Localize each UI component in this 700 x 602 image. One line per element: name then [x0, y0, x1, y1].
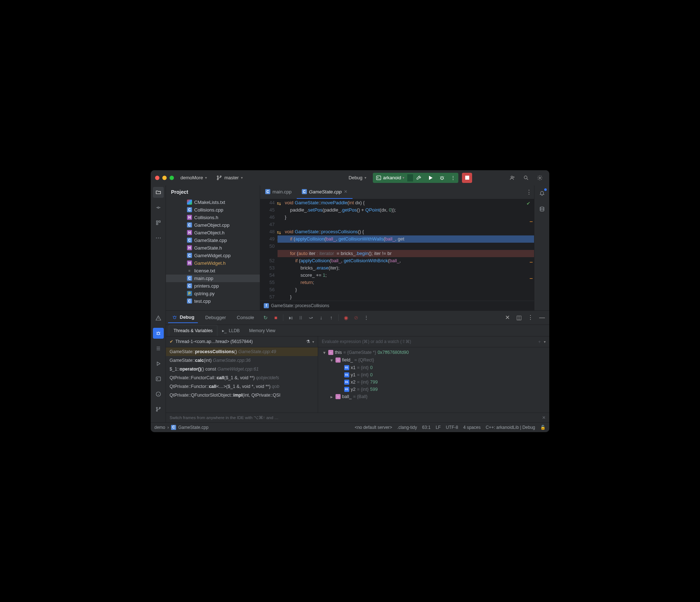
indent[interactable]: 4 spaces [463, 425, 480, 430]
build-button[interactable] [413, 173, 425, 183]
code-line[interactable]: void GameState::movePaddle(int dx) { [278, 199, 534, 206]
chevron-down-icon[interactable]: ▾ [544, 340, 546, 344]
search-button[interactable] [521, 173, 531, 183]
code-line[interactable]: bricks_.erase(iter); [278, 264, 534, 272]
panel-options-button[interactable]: ⋮ [525, 313, 536, 323]
zoom-window[interactable] [170, 176, 174, 180]
editor-markers[interactable] [529, 199, 533, 301]
close-hint-button[interactable]: ✕ [542, 415, 546, 420]
deploy-target[interactable]: <no default server> [355, 425, 392, 430]
stop-button[interactable] [462, 173, 472, 183]
code-line[interactable]: return; [278, 279, 534, 286]
branch-selector[interactable]: master ▾ [213, 174, 246, 182]
rerun-button[interactable]: ↻ [261, 313, 270, 322]
editor-tab[interactable]: Cmain.cpp [260, 185, 297, 199]
layout-button[interactable]: ◫ [514, 313, 524, 323]
stack-frame[interactable]: GameState::processCollisions() GameState… [166, 347, 318, 356]
variable-row[interactable]: 01 y1 = {int} 0 [318, 371, 549, 379]
file-item[interactable]: Pqstring.py [166, 290, 260, 297]
code-line[interactable]: if (applyCollision(ball_, getCollisionWi… [278, 235, 534, 243]
code-line[interactable]: score_ += 1; [278, 272, 534, 279]
expand-icon[interactable]: ▾ [329, 358, 334, 363]
run-button[interactable] [425, 173, 436, 183]
close-tab-button[interactable]: ✕ [344, 189, 347, 194]
debug-title-tab[interactable]: Debug [168, 312, 198, 323]
file-item[interactable]: Cmain.cpp [166, 275, 260, 282]
step-into-button[interactable]: ↓ [317, 313, 325, 322]
frame-list[interactable]: GameState::processCollisions() GameState… [166, 347, 318, 413]
code-line[interactable]: void GameState::processCollisions() { [278, 228, 534, 235]
terminal-button[interactable] [153, 373, 164, 384]
todo-button[interactable] [153, 343, 164, 354]
run-config[interactable]: Debug ▾ [346, 174, 369, 182]
memory-tab[interactable]: Memory View [245, 325, 280, 336]
pause-button[interactable]: ⏸ [296, 313, 305, 322]
project-selector[interactable]: demoMore ▾ [178, 174, 210, 182]
debugger-tab[interactable]: Debugger [201, 313, 229, 322]
file-item[interactable]: CCollisions.cpp [166, 206, 260, 214]
expand-icon[interactable]: ▸ [329, 394, 334, 400]
expression-input[interactable]: Evaluate expression (⌘) or add a watch (… [318, 336, 549, 347]
step-over-button[interactable]: ⤻ [307, 313, 315, 322]
close-panel-button[interactable]: ✕ [502, 313, 512, 323]
file-item[interactable]: Ctest.cpp [166, 297, 260, 305]
settings-button[interactable] [535, 173, 545, 183]
console-tab[interactable]: Console [233, 313, 258, 322]
stack-frame[interactable]: QtPrivate::FunctorCall::call($_1 &, void… [166, 373, 318, 382]
minimize-panel-button[interactable]: — [537, 313, 547, 323]
filter-icon[interactable]: ⚗ [306, 339, 310, 344]
file-item[interactable]: ≡license.txt [166, 267, 260, 275]
tabs-more-button[interactable]: ⋮ [524, 187, 534, 197]
code-line[interactable]: } [278, 286, 534, 293]
line-ending[interactable]: LF [436, 425, 441, 430]
code-line[interactable]: for (auto iter : iterator = bricks_.begi… [278, 250, 534, 257]
lint-profile[interactable]: .clang-tidy [397, 425, 417, 430]
vcs-button[interactable] [153, 404, 164, 415]
variable-row[interactable]: 01 x1 = {int} 0 [318, 364, 549, 371]
variable-row[interactable]: 01 x2 = {int} 799 [318, 379, 549, 386]
more-tools-button[interactable]: ⋯ [153, 233, 164, 243]
thread-selector[interactable]: ✔ Thread-1-<com.ap…hread> (56157844) ⚗ ▾ [166, 336, 318, 347]
database-button[interactable] [537, 204, 547, 214]
file-item[interactable]: CGameState.cpp [166, 237, 260, 244]
stack-frame[interactable]: QtPrivate::QFunctorSlotObject::impl(int,… [166, 391, 318, 400]
code-line[interactable]: if (applyCollision(ball_, getCollisionWi… [278, 257, 534, 264]
notifications-button[interactable] [537, 188, 547, 198]
code-editor[interactable]: 44⇆45464748⇆49→50525354555657 void GameS… [260, 199, 534, 301]
stop-debug-button[interactable]: ■ [271, 313, 280, 322]
expand-icon[interactable]: ▾ [322, 350, 327, 355]
file-item[interactable]: CGameWidget.cpp [166, 252, 260, 259]
path-crumb[interactable]: demo› C GameState.cpp [154, 425, 208, 430]
mute-breakpoints-button[interactable]: ⊘ [352, 313, 361, 322]
code-line[interactable]: paddle_.setPos(paddle_.getPos() + QPoint… [278, 206, 534, 214]
caret-position[interactable]: 63:1 [422, 425, 430, 430]
chevron-down-icon[interactable]: ▾ [312, 340, 314, 344]
file-item[interactable]: HGameWidget.h [166, 259, 260, 267]
view-breakpoints-button[interactable]: ◉ [342, 313, 350, 322]
add-watch-button[interactable]: ＋ [537, 339, 542, 345]
structure-tool-button[interactable] [153, 217, 164, 228]
code-line[interactable] [278, 221, 534, 228]
variable-row[interactable]: ▾○ this = {GameState *} 0x7ff67680fd90 [318, 349, 549, 356]
file-item[interactable]: HGameState.h [166, 244, 260, 252]
threads-tab[interactable]: Threads & Variables [169, 325, 217, 336]
debug-button[interactable] [436, 173, 448, 183]
editor-breadcrumb[interactable]: f GameState::processCollisions [260, 301, 534, 310]
minimize-window[interactable] [162, 176, 167, 180]
code-line[interactable]: } [278, 214, 534, 221]
variable-row[interactable]: 01 y2 = {int} 599 [318, 386, 549, 393]
file-item[interactable]: HGameObject.h [166, 229, 260, 237]
resume-button[interactable]: ⏯ [286, 313, 295, 322]
commit-tool-button[interactable] [153, 202, 164, 213]
file-item[interactable]: Cprinters.cpp [166, 282, 260, 290]
code-line[interactable] [278, 243, 534, 250]
variables-tree[interactable]: ▾○ this = {GameState *} 0x7ff67680fd90▾○… [318, 347, 549, 413]
editor-tab[interactable]: CGameState.cpp✕ [297, 185, 353, 199]
variable-row[interactable]: ▾○ field_ = {QRect} [318, 356, 549, 364]
debug-tool-button[interactable] [153, 328, 164, 339]
stack-frame[interactable]: GameState::calc(int) GameState.cpp:36 [166, 356, 318, 365]
encoding[interactable]: UTF-8 [446, 425, 458, 430]
services-button[interactable] [153, 389, 164, 400]
language-context[interactable]: C++: arkanoidLib | Debug [486, 425, 535, 430]
file-tree[interactable]: CMakeLists.txtCCollisions.cppHCollisions… [166, 198, 260, 310]
